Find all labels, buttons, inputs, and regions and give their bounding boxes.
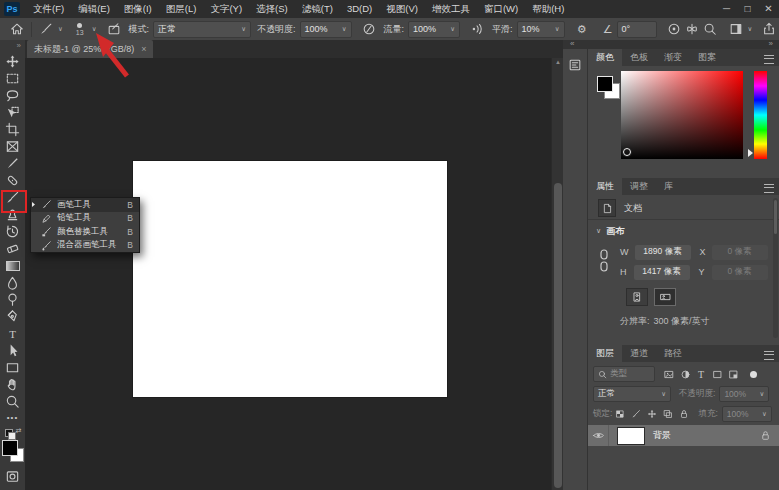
paint-symmetry-icon[interactable]: [683, 20, 701, 38]
flyout-item-color-replacement-tool[interactable]: 颜色替换工具 B: [31, 225, 139, 239]
flyout-item-pencil-tool[interactable]: 铅笔工具 B: [31, 212, 139, 226]
lasso-tool[interactable]: [2, 87, 23, 104]
hand-tool[interactable]: [2, 376, 23, 393]
zoom-tool[interactable]: [2, 393, 23, 410]
foreground-color-swatch[interactable]: [597, 76, 613, 92]
filter-smart-objects-icon[interactable]: [725, 367, 741, 381]
path-selection-tool[interactable]: [2, 342, 23, 359]
lock-all-icon[interactable]: [676, 407, 692, 421]
lock-pixels-icon[interactable]: [628, 407, 644, 421]
move-tool[interactable]: [2, 53, 23, 70]
rectangle-tool[interactable]: [2, 359, 23, 376]
healing-brush-tool[interactable]: [2, 172, 23, 189]
collapse-panels-left-icon[interactable]: «: [570, 40, 574, 48]
menu-plugins[interactable]: 增效工具: [425, 0, 477, 18]
layer-thumbnail[interactable]: [617, 427, 645, 445]
tab-paths[interactable]: 路径: [656, 345, 690, 362]
menu-window[interactable]: 窗口(W): [477, 0, 525, 18]
flow-select[interactable]: 100%∨: [408, 21, 460, 38]
portrait-orientation-button[interactable]: [626, 288, 648, 306]
gradient-tool[interactable]: [2, 257, 23, 274]
smoothing-select[interactable]: 10%∨: [517, 21, 565, 38]
marquee-tool[interactable]: [2, 70, 23, 87]
menu-select[interactable]: 选择(S): [249, 0, 295, 18]
filter-type-layers-icon[interactable]: T: [693, 367, 709, 381]
hue-slider[interactable]: [754, 71, 767, 159]
eyedropper-tool[interactable]: [2, 155, 23, 172]
panel-menu-icon[interactable]: [764, 351, 774, 360]
tab-layers[interactable]: 图层: [588, 345, 622, 362]
toolbar-expand-icon[interactable]: »: [17, 40, 25, 53]
color-cursor-icon[interactable]: [623, 148, 631, 156]
tab-channels[interactable]: 通道: [622, 345, 656, 362]
canvas-area[interactable]: [25, 58, 551, 490]
x-input[interactable]: 0 像素: [712, 245, 768, 260]
collapsed-panel-icon[interactable]: [566, 56, 584, 74]
angle-input[interactable]: 0°: [617, 21, 657, 38]
blur-tool[interactable]: [2, 274, 23, 291]
tab-close-icon[interactable]: ×: [141, 44, 146, 54]
search-icon[interactable]: [701, 20, 719, 38]
filter-shape-layers-icon[interactable]: [709, 367, 725, 381]
home-icon[interactable]: [8, 20, 26, 38]
layer-row-background[interactable]: 背景: [588, 425, 779, 446]
layer-opacity-select[interactable]: 100%∨: [719, 386, 769, 402]
hue-slider-marker-icon[interactable]: [748, 149, 753, 157]
quick-mask-icon[interactable]: [2, 468, 23, 485]
menu-layer[interactable]: 图层(L): [159, 0, 204, 18]
pen-tool[interactable]: [2, 308, 23, 325]
layer-visibility-toggle[interactable]: [588, 425, 609, 446]
eraser-tool[interactable]: [2, 240, 23, 257]
default-colors-icon[interactable]: ⇄: [4, 426, 22, 438]
menu-file[interactable]: 文件(F): [26, 0, 71, 18]
type-tool[interactable]: T: [2, 325, 23, 342]
width-input[interactable]: 1890 像素: [635, 245, 691, 260]
properties-scrollbar[interactable]: [773, 198, 778, 338]
lock-artboard-icon[interactable]: [660, 407, 676, 421]
tab-properties[interactable]: 属性: [588, 178, 622, 195]
menu-type[interactable]: 文字(Y): [203, 0, 249, 18]
section-collapse-icon[interactable]: ∨: [596, 227, 601, 235]
saturation-brightness-field[interactable]: [621, 71, 743, 159]
opacity-select[interactable]: 100%∨: [300, 21, 352, 38]
history-brush-tool[interactable]: [2, 223, 23, 240]
pressure-opacity-icon[interactable]: [360, 20, 378, 38]
flyout-item-brush-tool[interactable]: 画笔工具 B: [31, 198, 139, 212]
dodge-tool[interactable]: [2, 291, 23, 308]
tab-libraries[interactable]: 库: [656, 178, 681, 195]
lock-transparency-icon[interactable]: [612, 407, 628, 421]
tab-color[interactable]: 颜色: [588, 49, 622, 66]
menu-3d[interactable]: 3D(D): [340, 0, 379, 18]
foreground-background-swatches[interactable]: [2, 440, 24, 462]
object-selection-tool[interactable]: [2, 104, 23, 121]
flyout-item-mixer-brush-tool[interactable]: 混合器画笔工具 B: [31, 239, 139, 253]
panel-menu-icon[interactable]: [764, 184, 774, 193]
filter-adjustment-layers-icon[interactable]: [677, 367, 693, 381]
pressure-size-icon[interactable]: [665, 20, 683, 38]
layer-filter-toggle-icon[interactable]: [745, 367, 761, 381]
y-input[interactable]: 0 像素: [712, 265, 768, 280]
share-icon[interactable]: [760, 20, 778, 38]
panel-menu-icon[interactable]: [764, 55, 774, 64]
workspace-switcher-icon[interactable]: [727, 20, 745, 38]
scrollbar-thumb[interactable]: [554, 183, 562, 488]
tab-patterns[interactable]: 图案: [690, 49, 724, 66]
tab-adjustments[interactable]: 调整: [622, 178, 656, 195]
menu-edit[interactable]: 编辑(E): [71, 0, 117, 18]
foreground-color-swatch[interactable]: [2, 440, 18, 456]
menu-filter[interactable]: 滤镜(T): [295, 0, 340, 18]
landscape-orientation-button[interactable]: [654, 288, 676, 306]
height-input[interactable]: 1417 像素: [634, 265, 690, 280]
layer-filter-select[interactable]: 类型: [593, 366, 655, 382]
filter-pixel-layers-icon[interactable]: [661, 367, 677, 381]
swap-colors-icon[interactable]: ⇄: [16, 427, 22, 435]
collapse-panels-right-icon[interactable]: »: [769, 40, 773, 48]
blend-mode-select[interactable]: 正常∨: [153, 21, 251, 38]
crop-tool[interactable]: [2, 121, 23, 138]
minimize-button[interactable]: ─: [716, 0, 737, 18]
document-canvas[interactable]: [133, 161, 447, 397]
airbrush-icon[interactable]: [468, 20, 486, 38]
frame-tool[interactable]: [2, 138, 23, 155]
menu-view[interactable]: 视图(V): [379, 0, 425, 18]
menu-image[interactable]: 图像(I): [117, 0, 159, 18]
